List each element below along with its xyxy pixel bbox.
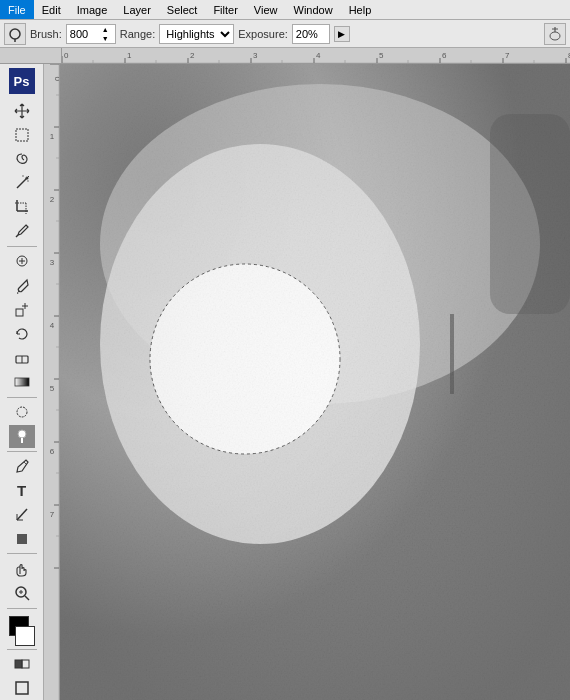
svg-rect-100 bbox=[60, 64, 570, 700]
svg-line-43 bbox=[16, 235, 18, 237]
main-area: Ps bbox=[0, 64, 570, 700]
tool-pen[interactable] bbox=[9, 455, 35, 478]
svg-text:1: 1 bbox=[127, 51, 132, 60]
ruler-vertical: 0 1 1 2 bbox=[44, 64, 60, 700]
menu-edit[interactable]: Edit bbox=[34, 0, 69, 19]
svg-point-54 bbox=[18, 430, 26, 438]
svg-line-59 bbox=[25, 596, 29, 600]
svg-rect-57 bbox=[17, 534, 27, 544]
svg-rect-63 bbox=[22, 660, 29, 668]
ruler-h-svg: 0 1 2 3 4 5 6 7 8 bbox=[62, 48, 570, 64]
canvas-container[interactable] bbox=[60, 64, 570, 700]
svg-text:6: 6 bbox=[442, 51, 447, 60]
svg-text:6: 6 bbox=[50, 447, 55, 456]
tool-marquee[interactable] bbox=[9, 123, 35, 146]
tool-move[interactable] bbox=[9, 99, 35, 122]
svg-text:7: 7 bbox=[50, 510, 55, 519]
svg-rect-64 bbox=[16, 682, 28, 694]
tool-path-select[interactable] bbox=[9, 503, 35, 526]
tool-quick-mask[interactable] bbox=[9, 653, 35, 676]
tool-magic-wand[interactable] bbox=[9, 171, 35, 194]
exposure-input[interactable] bbox=[292, 24, 330, 44]
background-color[interactable] bbox=[15, 626, 35, 646]
menu-window[interactable]: Window bbox=[286, 0, 341, 19]
exposure-group: Exposure: ▶ bbox=[238, 24, 350, 44]
menu-help[interactable]: Help bbox=[341, 0, 380, 19]
exposure-inc-btn[interactable]: ▶ bbox=[334, 26, 350, 42]
svg-text:2: 2 bbox=[190, 51, 195, 60]
tool-shape[interactable] bbox=[9, 527, 35, 550]
svg-text:4: 4 bbox=[50, 321, 55, 330]
tool-brush[interactable] bbox=[9, 274, 35, 297]
tool-lasso[interactable] bbox=[9, 147, 35, 170]
tool-spot-heal[interactable] bbox=[9, 250, 35, 273]
tool-eyedropper[interactable] bbox=[9, 220, 35, 243]
svg-text:4: 4 bbox=[316, 51, 321, 60]
svg-rect-47 bbox=[16, 309, 23, 316]
range-label: Range: bbox=[120, 28, 155, 40]
tool-sep-5 bbox=[7, 608, 37, 609]
tool-zoom[interactable] bbox=[9, 582, 35, 605]
svg-rect-32 bbox=[16, 129, 28, 141]
svg-rect-62 bbox=[15, 660, 22, 668]
exposure-label: Exposure: bbox=[238, 28, 288, 40]
ruler-row: 0 1 2 3 4 5 6 7 8 bbox=[0, 48, 570, 64]
svg-point-0 bbox=[10, 29, 20, 39]
menubar: File Edit Image Layer Select Filter View… bbox=[0, 0, 570, 20]
svg-rect-52 bbox=[15, 378, 29, 386]
tool-screen-mode[interactable] bbox=[9, 677, 35, 700]
tool-sep-4 bbox=[7, 553, 37, 554]
tool-gradient[interactable] bbox=[9, 371, 35, 394]
menu-layer[interactable]: Layer bbox=[115, 0, 159, 19]
svg-line-56 bbox=[24, 462, 26, 464]
menu-view[interactable]: View bbox=[246, 0, 286, 19]
ruler-horizontal: 0 1 2 3 4 5 6 7 8 bbox=[62, 48, 570, 64]
menu-file[interactable]: File bbox=[0, 0, 34, 19]
tool-dodge[interactable] bbox=[9, 425, 35, 448]
tool-sep-3 bbox=[7, 451, 37, 452]
brush-group: Brush: ▲ ▼ bbox=[30, 24, 116, 44]
tool-hand[interactable] bbox=[9, 557, 35, 580]
svg-text:0: 0 bbox=[64, 51, 69, 60]
tool-eraser[interactable] bbox=[9, 346, 35, 369]
ruler-v-svg: 0 1 1 2 bbox=[44, 64, 60, 700]
svg-text:7: 7 bbox=[505, 51, 510, 60]
brush-size-input[interactable] bbox=[67, 25, 102, 43]
svg-line-33 bbox=[17, 178, 27, 188]
svg-text:0: 0 bbox=[53, 76, 60, 81]
dodge-tool-icon bbox=[6, 25, 24, 43]
color-swatches[interactable] bbox=[5, 616, 39, 646]
tool-sep-1 bbox=[7, 246, 37, 247]
range-select[interactable]: Highlights Midtones Shadows bbox=[159, 24, 234, 44]
tool-sep-6 bbox=[7, 649, 37, 650]
ps-logo: Ps bbox=[9, 68, 35, 94]
tool-sep-2 bbox=[7, 397, 37, 398]
type-icon: T bbox=[17, 482, 26, 499]
brush-label: Brush: bbox=[30, 28, 62, 40]
airbrush-icon bbox=[547, 26, 563, 42]
tool-icon-btn[interactable] bbox=[4, 23, 26, 45]
airbrush-btn[interactable] bbox=[544, 23, 566, 45]
left-toolbox: Ps bbox=[0, 64, 44, 700]
svg-text:5: 5 bbox=[379, 51, 384, 60]
tool-history[interactable] bbox=[9, 322, 35, 345]
tool-type[interactable]: T bbox=[9, 479, 35, 502]
range-group: Range: Highlights Midtones Shadows bbox=[120, 24, 234, 44]
menu-filter[interactable]: Filter bbox=[205, 0, 245, 19]
menu-select[interactable]: Select bbox=[159, 0, 206, 19]
svg-text:3: 3 bbox=[253, 51, 258, 60]
svg-point-53 bbox=[17, 407, 27, 417]
svg-text:5: 5 bbox=[50, 384, 55, 393]
svg-text:1: 1 bbox=[50, 132, 55, 141]
svg-text:3: 3 bbox=[50, 258, 55, 267]
menu-image[interactable]: Image bbox=[69, 0, 116, 19]
brush-size-spinner[interactable]: ▲ ▼ bbox=[102, 25, 109, 43]
tool-blur[interactable] bbox=[9, 401, 35, 424]
svg-text:2: 2 bbox=[50, 195, 55, 204]
canvas-svg bbox=[60, 64, 570, 700]
svg-point-2 bbox=[550, 32, 560, 40]
ruler-corner bbox=[0, 48, 62, 64]
tool-crop[interactable] bbox=[9, 196, 35, 219]
canvas-section: 0 1 1 2 bbox=[44, 64, 570, 700]
tool-clone[interactable] bbox=[9, 298, 35, 321]
